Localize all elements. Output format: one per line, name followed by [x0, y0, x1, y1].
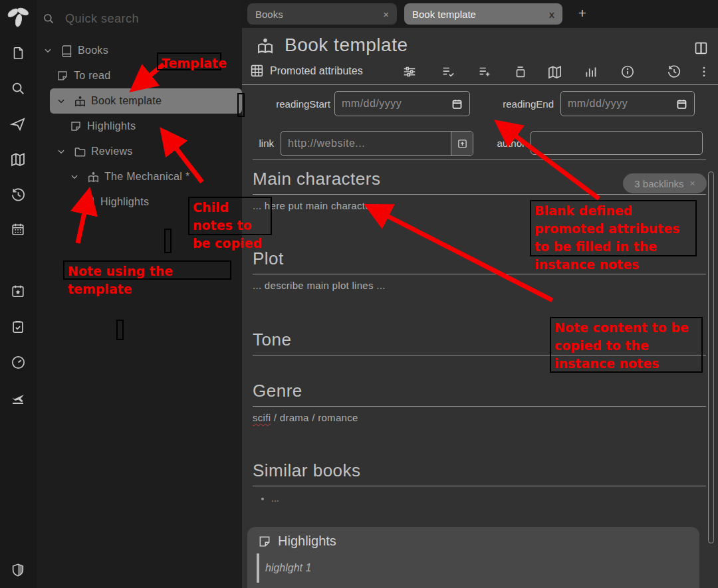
note-map-button map-icon[interactable]	[546, 64, 562, 80]
note-title-row: Book template	[242, 33, 718, 60]
annotation-label-note-using-template: Note using the template	[63, 260, 231, 280]
calendar-icon[interactable]	[451, 98, 463, 110]
split-pane-button split-icon[interactable]	[694, 41, 708, 55]
book-reader-icon	[87, 171, 104, 183]
special-date-button calendar-star-icon[interactable]	[5, 278, 31, 304]
reading-start-input[interactable]: mm/dd/yyyy	[334, 91, 470, 116]
reading-end-input[interactable]: mm/dd/yyyy	[560, 91, 695, 116]
tree-item-label: Book template	[91, 95, 162, 107]
annotation-label-child-notes: Child notes to be copied	[188, 197, 272, 235]
chevron-down-icon[interactable]	[70, 172, 87, 181]
included-note-card: Highlights highlght 1	[247, 527, 699, 588]
url-placeholder: http://website...	[288, 138, 365, 149]
chevron-down-icon[interactable]	[57, 96, 74, 106]
quote-text: highlght 1	[265, 562, 311, 574]
close-icon[interactable]: x	[549, 9, 554, 20]
content-scrollbar[interactable]	[708, 171, 714, 543]
tab-label: Books	[255, 9, 283, 20]
included-note-quote: highlght 1	[257, 553, 311, 583]
link-input[interactable]: http://website...	[281, 131, 473, 156]
note-icon	[70, 120, 87, 132]
annotation-label-note-content: Note content to be copied to the instanc…	[550, 317, 703, 373]
section-body: scifi / drama / romance	[253, 412, 706, 423]
folder-icon	[74, 146, 91, 158]
tasks-button clipboard-check-icon[interactable]	[5, 314, 31, 340]
tree-item-the-mechanical[interactable]: The Mechanical *	[37, 164, 242, 189]
tree-item-highlights[interactable]: Highlights	[37, 114, 242, 139]
section-heading: Main characters	[253, 169, 706, 195]
tab-book-template[interactable]: Book template x	[404, 3, 562, 25]
chevron-down-icon[interactable]	[43, 46, 60, 55]
stray-rectangle	[116, 320, 124, 340]
tree-item-label: Books	[78, 45, 108, 56]
similar-notes-button bar-chart-icon[interactable]	[582, 64, 598, 80]
ribbon: Promoted attributes	[242, 61, 718, 84]
tree-item-label: Highlights	[100, 196, 149, 208]
tree-item-label: To read	[74, 70, 110, 82]
quick-search-input[interactable]: Quick search	[37, 7, 242, 31]
table-grid-icon	[250, 64, 264, 78]
calendar-icon[interactable]	[676, 98, 687, 110]
tab-books[interactable]: Books ×	[247, 3, 397, 25]
ribbon-tab-label: Promoted attributes	[270, 65, 363, 77]
note-map-button map-icon[interactable]	[5, 146, 31, 173]
note-title[interactable]: Book template	[285, 35, 408, 56]
reading-start-label: readingStart	[262, 98, 330, 110]
section-body: ... describe main plot lines ...	[253, 280, 706, 291]
bullet-item: ...	[271, 493, 706, 504]
author-input[interactable]	[531, 131, 703, 155]
dashboard-button gauge-icon[interactable]	[5, 349, 31, 375]
protected-session-button shield-icon[interactable]	[5, 557, 31, 583]
open-external-link-button external-link-icon[interactable]	[451, 132, 473, 155]
section-heading: Similar books	[253, 460, 706, 486]
tab-label: Book template	[412, 9, 476, 20]
section-similar-books: Similar books ...	[253, 460, 706, 504]
note-paths-button archive-icon[interactable]	[513, 64, 529, 80]
misspelled-word: scifi	[253, 412, 271, 423]
note-icon	[258, 535, 271, 548]
jump-to-note-button send-icon[interactable]	[5, 111, 31, 138]
tree-item-label: Reviews	[91, 146, 133, 157]
note-info-button info-icon[interactable]	[620, 64, 636, 80]
new-note-button file-icon[interactable]	[5, 40, 31, 66]
tree-item-label: The Mechanical *	[104, 171, 189, 183]
tree-item-reviews[interactable]: Reviews	[37, 139, 242, 164]
author-label: author	[489, 138, 525, 149]
stray-rectangle	[164, 229, 172, 253]
included-note-title[interactable]: Highlights	[258, 534, 336, 549]
date-placeholder: mm/dd/yyyy	[342, 98, 402, 110]
search-button search-icon[interactable]	[5, 75, 31, 102]
note-menu-button dots-vertical-icon[interactable]	[696, 64, 712, 80]
owned-attributes-button list-check-icon[interactable]	[440, 64, 456, 80]
reading-end-label: readingEnd	[490, 98, 554, 110]
close-icon[interactable]: ×	[383, 9, 389, 20]
note-icon	[83, 196, 100, 208]
note-icon	[57, 70, 74, 82]
tree-item-book-template[interactable]: Book template	[50, 88, 242, 114]
book-reader-icon[interactable]	[256, 37, 275, 55]
annotation-label-template: Template	[157, 52, 221, 70]
basic-properties-button sliders-icon[interactable]	[402, 64, 418, 80]
travel-button plane-icon[interactable]	[5, 384, 31, 411]
section-heading: Genre	[253, 381, 706, 407]
book-reader-icon	[74, 95, 91, 108]
launcher-bar	[0, 0, 37, 588]
chevron-down-icon[interactable]	[57, 147, 74, 156]
stray-rectangle	[237, 93, 245, 117]
search-icon	[43, 13, 55, 25]
inherited-attributes-button list-plus-icon[interactable]	[477, 64, 493, 80]
note-detail-panel: Book template Promoted attributes readin…	[242, 28, 718, 588]
date-placeholder: mm/dd/yyyy	[568, 98, 628, 110]
annotation-label-blank-attributes: Blank defined promoted attributes to be …	[530, 200, 697, 256]
new-tab-button plus-icon[interactable]: +	[573, 4, 592, 23]
promoted-attributes-divider	[253, 159, 706, 160]
tree-item-label: Highlights	[87, 120, 136, 132]
recent-changes-button history-icon[interactable]	[5, 181, 31, 208]
calendar-button calendar-icon[interactable]	[5, 216, 31, 243]
revisions-button history-icon[interactable]	[666, 64, 682, 80]
section-genre: Genre scifi / drama / romance	[253, 381, 706, 423]
tab-bar: Books × Book template x +	[242, 0, 718, 28]
ribbon-tab-promoted-attributes[interactable]: Promoted attributes	[250, 64, 363, 78]
trilium-logo-icon[interactable]	[5, 4, 31, 31]
link-label: link	[249, 138, 274, 149]
